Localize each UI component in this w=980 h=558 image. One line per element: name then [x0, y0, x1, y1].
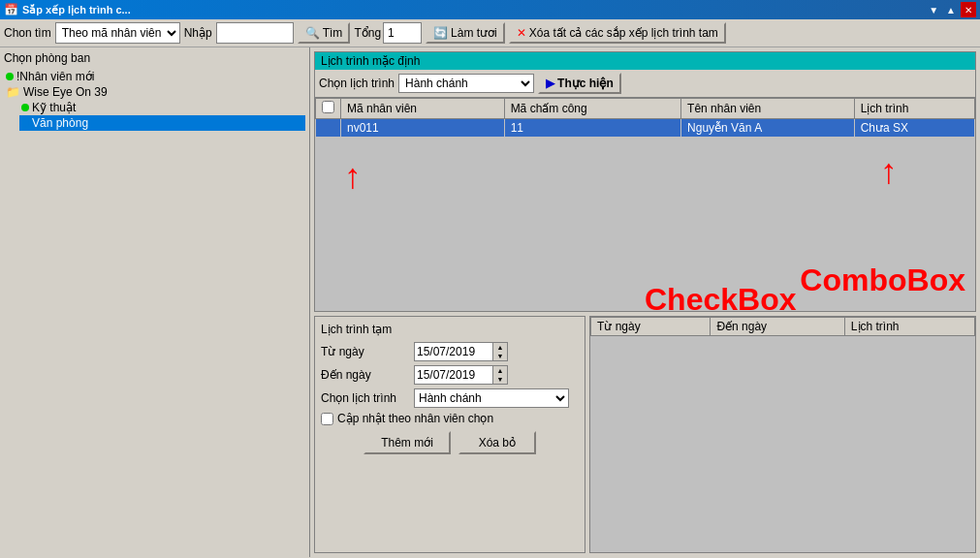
th-ma-nhan-vien: Mã nhân viên [341, 99, 505, 119]
cap-nhat-checkbox[interactable] [321, 413, 333, 425]
tree-item-van-phong[interactable]: Văn phòng [19, 115, 305, 131]
lam-tuoi-button[interactable]: 🔄 Làm tươi [426, 22, 505, 44]
bottom-buttons: Thêm mới Xóa bỏ [321, 431, 579, 454]
delete-icon: ✕ [517, 26, 526, 40]
den-ngay-down[interactable]: ▼ [493, 375, 507, 384]
lich-trinh-table: Mã nhân viên Mã chấm công Tên nhân viên … [315, 98, 975, 138]
right-table-header-row: Từ ngày Đến ngày Lịch trình [591, 318, 975, 336]
xoa-bo-button[interactable]: Xóa bỏ [458, 431, 536, 454]
main-content: Chọn phòng ban !Nhân viên mới 📁 Wise Eye… [0, 47, 980, 557]
tu-ngay-up[interactable]: ▲ [493, 343, 507, 352]
chon-lich-trinh-select[interactable]: Hành chánh [414, 388, 569, 408]
den-ngay-spinner: ▲ ▼ [492, 366, 507, 384]
tree-label: !Nhân viên mới [16, 70, 94, 83]
rth-tu-ngay: Từ ngày [591, 318, 711, 336]
chon-lich-trinh-label: Chọn lịch trình [319, 77, 395, 90]
th-lich-trinh: Lịch trình [854, 99, 974, 119]
th-checkbox [316, 99, 341, 119]
ltt-title: Lịch trình tạm [321, 323, 579, 336]
tree-label: Wise Eye On 39 [23, 85, 108, 99]
rth-lich-trinh: Lịch trình [844, 318, 974, 336]
arrow-up-checkbox: ↑ [344, 156, 362, 197]
tree-item-nhan-vien-moi[interactable]: !Nhân viên mới [4, 69, 305, 84]
tree-children: Kỹ thuật Văn phòng [19, 100, 305, 131]
tu-ngay-label: Từ ngày [321, 345, 408, 358]
tu-ngay-down[interactable]: ▼ [493, 352, 507, 360]
play-icon: ▶ [546, 77, 554, 90]
left-panel: Chọn phòng ban !Nhân viên mới 📁 Wise Eye… [0, 47, 310, 557]
den-ngay-input[interactable] [415, 366, 492, 384]
cap-nhat-label: Cập nhật theo nhân viên chọn [337, 412, 493, 425]
right-table-section: Từ ngày Đến ngày Lịch trình [589, 316, 976, 553]
tong-value: 1 [388, 26, 395, 40]
header-checkbox[interactable] [322, 101, 334, 113]
minimize-icon[interactable]: ▼ [926, 5, 941, 16]
maximize-icon[interactable]: ▲ [943, 5, 959, 16]
cap-nhat-row: Cập nhật theo nhân viên chọn [321, 412, 579, 425]
chon-lich-trinh-row: Chọn lịch trình Hành chánh [321, 388, 579, 408]
nhap-input[interactable] [216, 22, 294, 44]
tree-item-wise-eye[interactable]: 📁 Wise Eye On 39 [4, 84, 305, 100]
checkbox-label: CheckBox [645, 282, 797, 311]
bottom-area: Lịch trình tạm Từ ngày ▲ ▼ Đến ngày [314, 316, 976, 553]
tong-label: Tổng [354, 26, 381, 40]
tu-ngay-spinner: ▲ ▼ [492, 343, 507, 360]
theo-ma-select[interactable]: Theo mã nhân viên [55, 22, 180, 44]
td-ma-cham-cong: 11 [504, 119, 680, 138]
tu-ngay-row: Từ ngày ▲ ▼ [321, 342, 579, 361]
th-ma-cham-cong: Mã chấm công [504, 99, 680, 119]
td-ma-nhan-vien: nv011 [341, 119, 505, 138]
tree-label: Văn phòng [32, 116, 88, 130]
refresh-icon: 🔄 [433, 26, 448, 40]
dot-green-icon [21, 104, 29, 111]
search-icon: 🔍 [305, 26, 320, 40]
xoa-tat-ca-button[interactable]: ✕ Xóa tất cả các sắp xếp lịch trình tam [509, 22, 726, 44]
lich-trinh-toolbar: Chọn lịch trình Hành chánh ▶ Thực hiện [315, 70, 975, 98]
tu-ngay-input[interactable] [415, 343, 492, 360]
right-table: Từ ngày Đến ngày Lịch trình [590, 317, 975, 336]
phong-ban-title: Chọn phòng ban [4, 51, 305, 65]
them-moi-button[interactable]: Thêm mới [364, 431, 451, 454]
lich-trinh-header: Lịch trình mặc định [315, 52, 975, 70]
lich-trinh-title: Lịch trình mặc định [321, 54, 420, 68]
right-panel: Lịch trình mặc định Chọn lịch trình Hành… [310, 47, 980, 557]
arrow-up-combobox: ↑ [880, 151, 898, 192]
lich-trinh-tam: Lịch trình tạm Từ ngày ▲ ▼ Đến ngày [314, 316, 585, 553]
dot-blue-icon [21, 119, 29, 127]
rth-den-ngay: Đến ngày [711, 318, 844, 336]
combobox-label: ComboBox [800, 263, 965, 298]
lich-trinh-select[interactable]: Hành chánh [398, 74, 534, 93]
lich-trinh-section: Lịch trình mặc định Chọn lịch trình Hành… [314, 51, 976, 312]
window-title: Sắp xếp lịch trình c... [22, 4, 926, 16]
dot-green-icon [6, 73, 14, 80]
tim-button[interactable]: 🔍 Tìm [298, 22, 351, 44]
tree-label: Kỹ thuật [32, 101, 76, 114]
table-overlay-container: Mã nhân viên Mã chấm công Tên nhân viên … [315, 98, 975, 311]
window-icon: 📅 [4, 3, 18, 16]
td-lich-trinh: Chưa SX [854, 119, 974, 138]
window-controls: ▼ ▲ ✕ [926, 2, 976, 17]
den-ngay-input-wrap: ▲ ▼ [414, 365, 508, 385]
folder-icon: 📁 [6, 85, 20, 99]
chon-lich-trinh-label: Chọn lịch trình [321, 391, 408, 405]
tree-item-ky-thuat[interactable]: Kỹ thuật [19, 100, 305, 115]
table-header-row: Mã nhân viên Mã chấm công Tên nhân viên … [316, 99, 975, 119]
td-row-indicator [316, 119, 341, 138]
th-ten-nhan-vien: Tên nhân viên [681, 99, 855, 119]
toolbar: Chon tìm Theo mã nhân viên Nhập 🔍 Tìm Tổ… [0, 19, 980, 47]
tong-value-box: 1 [383, 22, 422, 44]
chon-tim-label: Chon tìm [4, 26, 51, 40]
td-ten-nhan-vien: Nguyễn Văn A [681, 119, 855, 138]
tu-ngay-input-wrap: ▲ ▼ [414, 342, 508, 361]
table-row[interactable]: nv011 11 Nguyễn Văn A Chưa SX [316, 119, 975, 138]
title-bar: 📅 Sắp xếp lịch trình c... ▼ ▲ ✕ [0, 0, 980, 19]
close-button[interactable]: ✕ [961, 2, 976, 17]
thuc-hien-button[interactable]: ▶ Thực hiện [538, 73, 621, 94]
nhap-label: Nhập [184, 26, 212, 40]
den-ngay-row: Đến ngày ▲ ▼ [321, 365, 579, 385]
den-ngay-label: Đến ngày [321, 368, 408, 382]
tong-container: Tổng 1 [354, 22, 422, 44]
den-ngay-up[interactable]: ▲ [493, 366, 507, 375]
